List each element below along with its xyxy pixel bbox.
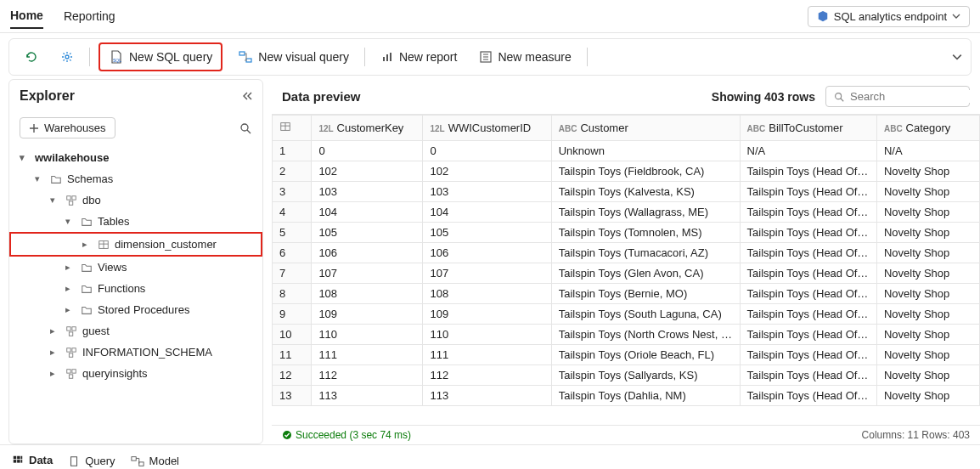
home-tab[interactable]: Home [10, 3, 43, 29]
cell[interactable]: Novelty Shop [876, 243, 979, 263]
new-visual-query-button[interactable]: New visual query [231, 46, 356, 68]
cell[interactable]: 103 [423, 182, 551, 202]
cell[interactable]: Tailspin Toys (Oriole Beach, FL) [551, 345, 740, 365]
cell[interactable]: Tailspin Toys (Head Office) [740, 325, 876, 345]
cell[interactable]: Novelty Shop [876, 202, 979, 223]
new-measure-button[interactable]: New measure [472, 47, 577, 67]
cell[interactable]: 110 [423, 325, 551, 345]
cell[interactable]: 112 [423, 365, 551, 386]
cell[interactable]: Tailspin Toys (Dahlia, NM) [551, 386, 740, 406]
cell[interactable]: 107 [312, 263, 423, 284]
table-row[interactable]: 4104104Tailspin Toys (Wallagrass, ME)Tai… [273, 202, 980, 223]
toolbar-chevron-down-icon[interactable] [952, 52, 962, 62]
cell[interactable]: 106 [312, 243, 423, 263]
cell[interactable]: Tailspin Toys (Head Office) [740, 345, 876, 365]
cell[interactable]: 107 [423, 263, 551, 284]
cell[interactable]: 108 [423, 284, 551, 304]
cell[interactable]: Novelty Shop [876, 325, 979, 345]
add-warehouses-button[interactable]: Warehouses [20, 117, 115, 138]
cell[interactable]: Tailspin Toys (Bernie, MO) [551, 284, 740, 304]
cell[interactable]: Novelty Shop [876, 365, 979, 386]
cell[interactable]: 105 [423, 223, 551, 243]
cell[interactable]: Tailspin Toys (Head Office) [740, 365, 876, 386]
reporting-tab[interactable]: Reporting [64, 4, 115, 28]
tree-views[interactable]: ▸ Views [9, 257, 262, 278]
cell[interactable]: Novelty Shop [876, 263, 979, 284]
cell[interactable]: 108 [312, 284, 423, 304]
cell[interactable]: Tailspin Toys (North Crows Nest, IN) [551, 325, 740, 345]
cell[interactable]: 112 [312, 365, 423, 386]
tree-guest[interactable]: ▸ guest [9, 320, 262, 342]
cell[interactable]: Tailspin Toys (Fieldbrook, CA) [551, 161, 740, 182]
cell[interactable]: Novelty Shop [876, 161, 979, 182]
collapse-panel-icon[interactable] [240, 90, 252, 102]
cell[interactable]: 104 [312, 202, 423, 223]
table-row[interactable]: 7107107Tailspin Toys (Glen Avon, CA)Tail… [273, 263, 980, 284]
cell[interactable]: Tailspin Toys (Head Office) [740, 202, 876, 223]
data-grid[interactable]: 12LCustomerKey12LWWICustomerIDABCCustome… [272, 115, 980, 406]
cell[interactable]: Tailspin Toys (Wallagrass, ME) [551, 202, 740, 223]
cell[interactable]: Novelty Shop [876, 304, 979, 325]
footer-tab-query[interactable]: Query [68, 451, 115, 469]
search-box[interactable] [825, 86, 970, 107]
cell[interactable]: Tailspin Toys (Head Office) [740, 223, 876, 243]
cell[interactable]: 113 [423, 386, 551, 406]
new-sql-query-button[interactable]: SQL New SQL query [102, 46, 219, 68]
tree-dbo[interactable]: ▾ dbo [9, 189, 262, 211]
tree-schemas[interactable]: ▾ Schemas [9, 168, 262, 189]
table-row[interactable]: 10110110Tailspin Toys (North Crows Nest,… [273, 325, 980, 345]
column-header[interactable]: 12LCustomerKey [312, 116, 423, 141]
tree-stored-procedures[interactable]: ▸ Stored Procedures [9, 299, 262, 320]
cell[interactable]: 109 [423, 304, 551, 325]
cell[interactable]: Tailspin Toys (Head Office) [740, 263, 876, 284]
explorer-search-icon[interactable] [239, 121, 252, 135]
cell[interactable]: Novelty Shop [876, 182, 979, 202]
table-row[interactable]: 13113113Tailspin Toys (Dahlia, NM)Tailsp… [273, 386, 980, 406]
tree-lakehouse[interactable]: ▾ wwilakehouse [9, 147, 262, 168]
cell[interactable]: 102 [423, 161, 551, 182]
cell[interactable]: 0 [423, 141, 551, 161]
cell[interactable]: 111 [312, 345, 423, 365]
cell[interactable]: Novelty Shop [876, 386, 979, 406]
table-row[interactable]: 5105105Tailspin Toys (Tomnolen, MS)Tails… [273, 223, 980, 243]
cell[interactable]: Tailspin Toys (Head Office) [740, 182, 876, 202]
table-row[interactable]: 2102102Tailspin Toys (Fieldbrook, CA)Tai… [273, 161, 980, 182]
cell[interactable]: 105 [312, 223, 423, 243]
cell[interactable]: Tailspin Toys (Head Office) [740, 284, 876, 304]
refresh-icon[interactable] [18, 47, 45, 67]
cell[interactable]: 110 [312, 325, 423, 345]
settings-icon[interactable] [54, 47, 81, 67]
cell[interactable]: 106 [423, 243, 551, 263]
column-header[interactable]: ABCCategory [876, 116, 979, 141]
tree-tables[interactable]: ▾ Tables [9, 211, 262, 232]
column-header[interactable]: ABCBillToCustomer [740, 116, 876, 141]
search-input[interactable] [850, 90, 980, 103]
table-row[interactable]: 12112112Tailspin Toys (Sallyards, KS)Tai… [273, 365, 980, 386]
sql-endpoint-dropdown[interactable]: SQL analytics endpoint [808, 6, 970, 27]
table-row[interactable]: 100UnknownN/AN/A [273, 141, 980, 161]
footer-tab-model[interactable]: Model [131, 451, 179, 469]
cell[interactable]: 109 [312, 304, 423, 325]
new-report-button[interactable]: New report [374, 47, 464, 67]
tree-queryinsights[interactable]: ▸ queryinsights [9, 363, 262, 384]
cell[interactable]: Novelty Shop [876, 223, 979, 243]
column-header[interactable]: 12LWWICustomerID [423, 116, 551, 141]
cell[interactable]: N/A [740, 141, 876, 161]
cell[interactable]: Tailspin Toys (Head Office) [740, 386, 876, 406]
table-row[interactable]: 9109109Tailspin Toys (South Laguna, CA)T… [273, 304, 980, 325]
cell[interactable]: Tailspin Toys (Sallyards, KS) [551, 365, 740, 386]
cell[interactable]: Tailspin Toys (Kalvesta, KS) [551, 182, 740, 202]
cell[interactable]: 104 [423, 202, 551, 223]
cell[interactable]: Novelty Shop [876, 284, 979, 304]
cell[interactable]: 111 [423, 345, 551, 365]
table-row[interactable]: 6106106Tailspin Toys (Tumacacori, AZ)Tai… [273, 243, 980, 263]
table-row[interactable]: 11111111Tailspin Toys (Oriole Beach, FL)… [273, 345, 980, 365]
cell[interactable]: Tailspin Toys (Head Office) [740, 304, 876, 325]
cell[interactable]: Tailspin Toys (Head Office) [740, 243, 876, 263]
column-header[interactable]: ABCCustomer [551, 116, 740, 141]
cell[interactable]: N/A [876, 141, 979, 161]
cell[interactable]: 0 [312, 141, 423, 161]
tree-functions[interactable]: ▸ Functions [9, 278, 262, 299]
cell[interactable]: 102 [312, 161, 423, 182]
cell[interactable]: 103 [312, 182, 423, 202]
